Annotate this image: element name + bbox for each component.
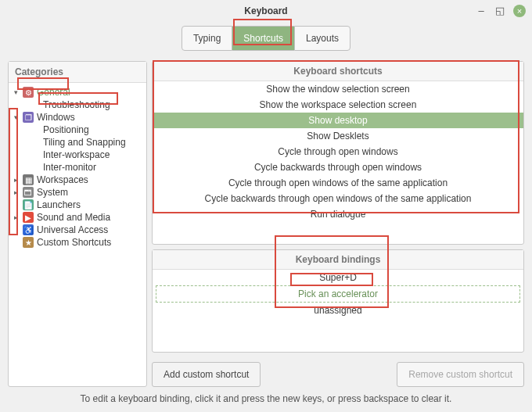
binding-row[interactable]: Super+D (153, 270, 523, 285)
chevron-right-icon[interactable]: ▸ (12, 188, 20, 196)
shortcuts-panel: Keyboard shortcuts Show the window selec… (152, 61, 524, 245)
sidebar-item-label: Inter-workspace (43, 149, 110, 160)
close-icon[interactable]: × (513, 5, 526, 17)
window-controls: – ◱ × (476, 5, 526, 17)
chevron-down-icon[interactable]: ▾ (12, 88, 20, 96)
maximize-icon[interactable]: ◱ (494, 5, 505, 16)
launchers-icon: 📄 (23, 199, 34, 210)
sidebar-item-label: General (37, 87, 70, 98)
tab-typing[interactable]: Typing (182, 26, 232, 51)
minimize-icon[interactable]: – (476, 5, 487, 16)
sidebar-item-label: Workspaces (37, 174, 88, 185)
bindings-list[interactable]: Super+DPick an acceleratorunassigned (153, 270, 523, 318)
add-custom-shortcut-button[interactable]: Add custom shortcut (152, 362, 261, 387)
sidebar-item-general[interactable]: ▾⚙General (10, 86, 145, 99)
sidebar-item-workspaces[interactable]: ▸▦Workspaces (10, 174, 145, 186)
sidebar-item-launchers[interactable]: 📄Launchers (10, 199, 145, 211)
shortcuts-list[interactable]: Show the window selection screenShow the… (153, 81, 523, 244)
sidebar-item-label: Custom Shortcuts (37, 237, 111, 248)
sidebar-item-label: Launchers (37, 199, 81, 210)
sidebar-item-troubleshooting[interactable]: Troubleshooting (10, 99, 145, 111)
sidebar-item-label: System (37, 187, 68, 198)
chevron-down-icon[interactable]: ▾ (12, 113, 20, 121)
sidebar-item-universal-access[interactable]: ♿Universal Access (10, 224, 145, 236)
sidebar-item-custom-shortcuts[interactable]: ★Custom Shortcuts (10, 236, 145, 249)
main-area: Keyboard shortcuts Show the window selec… (152, 61, 524, 387)
categories-sidebar: Categories ▾⚙GeneralTroubleshooting▾❐Win… (8, 61, 147, 387)
categories-tree[interactable]: ▾⚙GeneralTroubleshooting▾❐WindowsPositio… (9, 83, 146, 252)
bindings-panel: Keyboard bindings Super+DPick an acceler… (152, 249, 524, 353)
binding-pick-accelerator[interactable]: Pick an accelerator (156, 285, 520, 303)
shortcut-row[interactable]: Run dialogue (153, 206, 523, 222)
tab-shortcuts[interactable]: Shortcuts (232, 26, 294, 51)
sidebar-item-inter-monitor[interactable]: Inter-monitor (10, 161, 145, 174)
sidebar-item-label: Positioning (43, 124, 89, 135)
workspaces-icon: ▦ (23, 174, 34, 185)
binding-row[interactable]: unassigned (153, 303, 523, 318)
categories-header: Categories (9, 62, 146, 83)
shortcut-row[interactable]: Show the workspace selection screen (153, 97, 523, 113)
shortcut-row[interactable]: Cycle through open windows (153, 144, 523, 159)
sidebar-item-label: Windows (37, 112, 75, 123)
tabs-row: Typing Shortcuts Layouts (0, 22, 532, 55)
custom-icon: ★ (23, 237, 34, 248)
shortcut-row[interactable]: Show the window selection screen (153, 81, 523, 97)
shortcuts-header: Keyboard shortcuts (153, 62, 523, 81)
sidebar-item-label: Troubleshooting (43, 99, 110, 110)
windows-icon: ❐ (23, 112, 34, 123)
access-icon: ♿ (23, 224, 34, 235)
window-title: Keyboard (244, 5, 287, 16)
shortcut-row[interactable]: Show desktop (153, 113, 523, 128)
footer-hint: To edit a keyboard binding, click it and… (0, 387, 532, 412)
sidebar-item-system[interactable]: ▸🗔System (10, 186, 145, 199)
sidebar-item-label: Inter-monitor (43, 162, 96, 173)
chevron-right-icon[interactable]: ▸ (12, 176, 20, 184)
sidebar-item-label: Universal Access (37, 224, 108, 235)
tab-layouts[interactable]: Layouts (294, 26, 350, 51)
bindings-header: Keyboard bindings (153, 250, 523, 270)
sidebar-item-label: Sound and Media (37, 212, 110, 223)
body: Categories ▾⚙GeneralTroubleshooting▾❐Win… (0, 55, 532, 387)
shortcut-row[interactable]: Cycle through open windows of the same a… (153, 175, 523, 191)
titlebar: Keyboard – ◱ × (0, 0, 532, 22)
system-icon: 🗔 (23, 187, 34, 198)
sidebar-item-sound-and-media[interactable]: ▸▶Sound and Media (10, 211, 145, 224)
remove-custom-shortcut-button: Remove custom shortcut (397, 362, 524, 387)
shortcut-row[interactable]: Show Desklets (153, 128, 523, 144)
sidebar-item-positioning[interactable]: Positioning (10, 124, 145, 136)
sound-icon: ▶ (23, 212, 34, 223)
bottom-buttons: Add custom shortcut Remove custom shortc… (152, 357, 524, 387)
sidebar-item-windows[interactable]: ▾❐Windows (10, 111, 145, 124)
sidebar-item-inter-workspace[interactable]: Inter-workspace (10, 149, 145, 161)
sidebar-item-tiling-and-snapping[interactable]: Tiling and Snapping (10, 136, 145, 149)
sidebar-item-label: Tiling and Snapping (43, 137, 126, 148)
general-icon: ⚙ (23, 87, 34, 98)
shortcut-row[interactable]: Cycle backwards through open windows (153, 159, 523, 175)
shortcut-row[interactable]: Cycle backwards through open windows of … (153, 191, 523, 206)
chevron-right-icon[interactable]: ▸ (12, 213, 20, 221)
